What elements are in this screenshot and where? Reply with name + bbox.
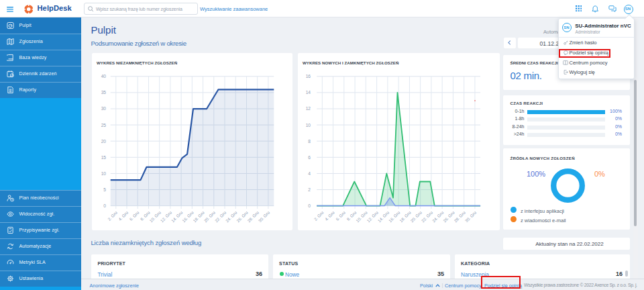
svg-text:8: 8 (308, 139, 311, 144)
svg-text:10: 10 (101, 171, 106, 176)
svg-text:6: 6 (308, 155, 311, 160)
svg-text:35: 35 (101, 90, 106, 95)
svg-text:0: 0 (103, 203, 106, 208)
svg-text:4. Gru: 4. Gru (324, 209, 336, 222)
svg-text:16: 16 (306, 74, 311, 79)
svg-text:2. Gru: 2. Gru (313, 209, 325, 222)
svg-text:6. Gru: 6. Gru (128, 209, 140, 222)
svg-text:5: 5 (103, 187, 106, 192)
svg-text:14: 14 (306, 90, 311, 95)
svg-text:15: 15 (101, 155, 106, 160)
svg-text:25: 25 (101, 123, 106, 128)
svg-text:30. Gru: 30. Gru (257, 209, 270, 223)
svg-text:12: 12 (306, 106, 311, 111)
svg-text:WYKRES NIEZAMKNIĘTYCH ZGŁOSZEŃ: WYKRES NIEZAMKNIĘTYCH ZGŁOSZEŃ (97, 60, 178, 65)
svg-text:2: 2 (308, 187, 311, 192)
svg-text:20: 20 (101, 139, 106, 144)
svg-text:30: 30 (101, 106, 106, 111)
svg-text:6. Gru: 6. Gru (335, 209, 347, 222)
svg-text:40: 40 (101, 74, 106, 79)
svg-text:WYKRES NOWYCH I ZAMKNIĘTYCH ZG: WYKRES NOWYCH I ZAMKNIĘTYCH ZGŁOSZEŃ (303, 60, 399, 65)
svg-text:30. Gru: 30. Gru (464, 209, 478, 223)
svg-text:0: 0 (308, 203, 311, 208)
svg-text:4. Gru: 4. Gru (117, 209, 129, 222)
svg-text:10: 10 (306, 123, 311, 128)
svg-text:2. Gru: 2. Gru (106, 209, 118, 222)
svg-text:4: 4 (308, 171, 311, 176)
